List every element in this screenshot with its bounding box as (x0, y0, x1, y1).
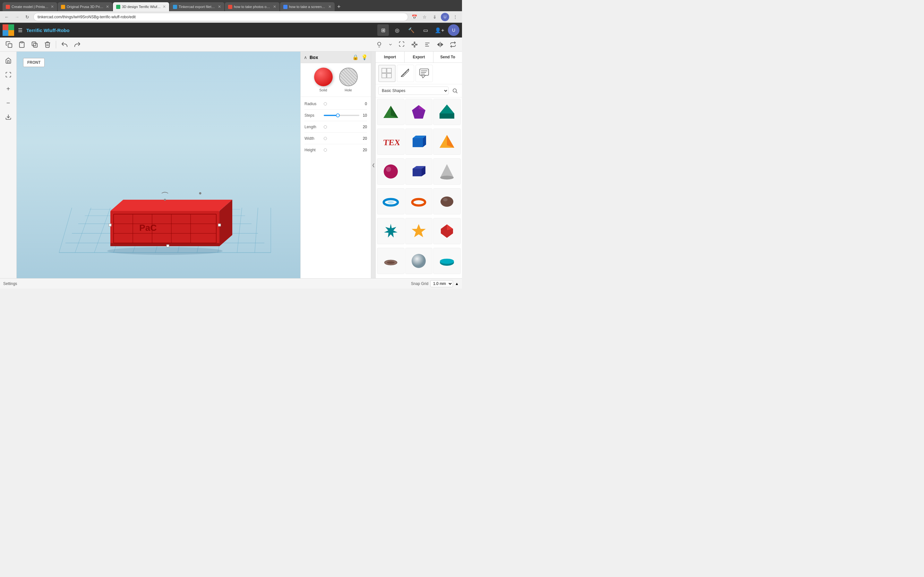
loop-button[interactable] (447, 39, 459, 50)
shape-thumb-red-gem[interactable] (433, 218, 461, 244)
svg-point-76 (386, 167, 391, 172)
panel-collapse-handle[interactable]: ❮ (371, 52, 375, 278)
undo-button[interactable] (59, 39, 70, 50)
tab-tinkercad-export[interactable]: Tinkercad export filetype... ✕ (170, 2, 224, 11)
svg-point-81 (440, 176, 454, 179)
shape-thumb-yellow-pyramid[interactable] (433, 129, 461, 155)
shape-thumb-cyan-star[interactable] (377, 218, 405, 244)
right-panel-actions: Import Export Send To (376, 52, 462, 63)
url-bar[interactable] (33, 13, 408, 21)
forward-button[interactable]: → (13, 13, 21, 21)
grid-view-button[interactable]: ⊞ (377, 24, 389, 36)
height-label: Height (304, 148, 324, 152)
box-tool-button[interactable]: ▭ (420, 24, 431, 36)
tab-tinkercad-active[interactable]: 3D design Terrific Wluff-... ✕ (113, 2, 169, 11)
avatar[interactable]: U (441, 13, 449, 21)
chevron-down-button[interactable] (386, 39, 395, 50)
steps-slider-thumb[interactable] (336, 113, 340, 117)
redo-button[interactable] (71, 39, 83, 50)
reload-button[interactable]: ↻ (23, 13, 31, 21)
new-tab-button[interactable]: + (335, 2, 342, 11)
user-avatar[interactable]: U (448, 24, 459, 36)
group-tool-button[interactable] (409, 39, 420, 50)
length-label: Length (304, 125, 324, 129)
mirror-button[interactable] (435, 39, 446, 50)
tab-create-model[interactable]: Create model | Printables... ✕ (3, 2, 57, 11)
shape-thumb-gray-cone[interactable] (433, 158, 461, 185)
shape-thumb-brown-blob[interactable] (433, 188, 461, 214)
bookmark-button[interactable]: ☆ (420, 13, 429, 21)
lightbulb-icon[interactable]: 💡 (361, 54, 368, 60)
grid-view-icon-btn[interactable] (378, 65, 396, 82)
export-button[interactable]: Export (405, 52, 433, 63)
shape-thumb-blue-torus[interactable] (377, 188, 405, 214)
tab-how-to-photos[interactable]: how to take photos on me... ✕ (225, 2, 279, 11)
svg-rect-77 (413, 169, 422, 176)
solid-option[interactable]: Solid (314, 68, 333, 92)
steps-param-row: Steps 10 (304, 110, 367, 121)
paste-button[interactable] (16, 39, 27, 50)
shape-thumb-purple-gem[interactable] (405, 99, 433, 125)
download-button[interactable]: ⇓ (431, 13, 439, 21)
delete-button[interactable] (42, 39, 53, 50)
shape-thumb-green-pyramid[interactable] (377, 99, 405, 125)
align-button[interactable] (422, 39, 433, 50)
magnet-tool-button[interactable]: ⛶ (396, 39, 407, 50)
hole-option[interactable]: Hole (339, 68, 358, 92)
length-dot[interactable] (324, 125, 327, 129)
height-dot[interactable] (324, 148, 327, 152)
svg-rect-1 (21, 41, 23, 43)
shape-thumb-yellow-star[interactable] (405, 218, 433, 244)
snap-grid-select[interactable]: 1.0 mm 0.5 mm 2.0 mm (430, 280, 453, 287)
home-view-button[interactable] (3, 55, 14, 66)
radius-dot[interactable] (324, 102, 327, 105)
radius-param-row: Radius 0 (304, 98, 367, 110)
snap-grid-expand-button[interactable]: ▲ (455, 282, 459, 286)
bottom-bar: Settings Snap Grid 1.0 mm 0.5 mm 2.0 mm … (0, 278, 462, 288)
svg-rect-48 (218, 224, 221, 226)
shape-thumb-teal-lens[interactable] (433, 248, 461, 274)
shape-thumb-navy-cube[interactable] (405, 158, 433, 185)
back-button[interactable]: ← (3, 13, 11, 21)
ruler-view-icon-btn[interactable] (397, 65, 414, 82)
shape-thumb-magenta-sphere[interactable] (377, 158, 405, 185)
svg-line-30 (237, 208, 242, 253)
shape-thumb-silver-sphere[interactable] (405, 248, 433, 274)
length-value: 20 (359, 125, 367, 129)
settings-button[interactable]: Settings (3, 282, 17, 286)
shape-thumb-orange-torus[interactable] (405, 188, 433, 214)
zoom-out-button[interactable]: − (3, 97, 14, 109)
svg-point-93 (412, 254, 426, 268)
collapse-panel-button[interactable]: ∧ (304, 55, 307, 60)
shape-thumb-red-text[interactable]: TEXT (377, 129, 405, 155)
desktop-icon[interactable]: 📅 (410, 13, 418, 21)
shape-thumb-teal-prism[interactable] (433, 99, 461, 125)
tab-prusa[interactable]: Original Prusa 3D Printers... ✕ (58, 2, 112, 11)
menu-hamburger-icon[interactable]: ☰ (17, 26, 24, 35)
tinkercad-logo[interactable] (3, 24, 14, 36)
svg-rect-54 (387, 73, 391, 78)
send-to-button[interactable]: Send To (433, 52, 462, 63)
tab-how-to-screenshot[interactable]: how to take a screenshot ✕ (280, 2, 334, 11)
shape-thumb-dark-blue-box[interactable] (405, 129, 433, 155)
download-view-button[interactable] (3, 111, 14, 123)
fit-view-button[interactable] (3, 69, 14, 81)
width-dot[interactable] (324, 137, 327, 140)
add-user-button[interactable]: 👤+ (434, 24, 445, 36)
box-properties-panel: ∧ Box 🔒 💡 Solid Hole (300, 52, 371, 278)
shapes-category-select[interactable]: Basic Shapes (378, 87, 449, 95)
lock-icon[interactable]: 🔒 (352, 54, 359, 60)
viewport[interactable]: FRONT (17, 52, 300, 278)
shape-thumb-tan-ring[interactable] (377, 248, 405, 274)
light-bulb-button[interactable] (373, 39, 385, 50)
chat-view-icon-btn[interactable] (415, 65, 433, 82)
search-shapes-button[interactable] (451, 86, 459, 95)
target-tool-button[interactable]: ◎ (391, 24, 403, 36)
svg-point-75 (384, 164, 398, 179)
copy-button[interactable] (3, 39, 15, 50)
zoom-in-button[interactable]: + (3, 83, 14, 95)
import-button[interactable]: Import (376, 52, 405, 63)
duplicate-button[interactable] (29, 39, 40, 50)
menu-button[interactable]: ⋮ (451, 13, 459, 21)
hammer-tool-button[interactable]: 🔨 (405, 24, 417, 36)
